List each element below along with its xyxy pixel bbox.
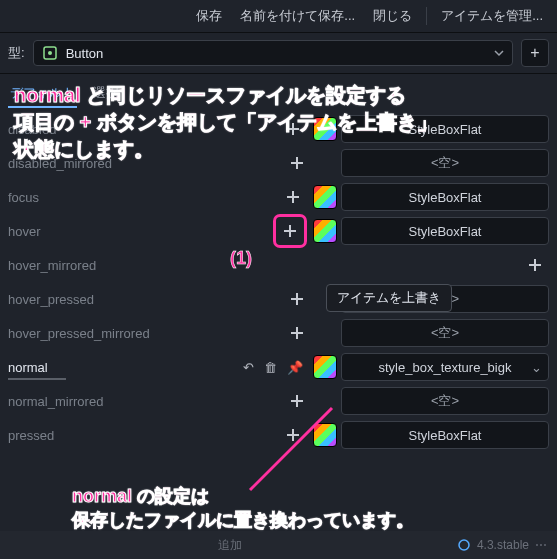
- resource-value[interactable]: <空>: [341, 319, 549, 347]
- resource-value[interactable]: <空>: [341, 387, 549, 415]
- chevron-down-icon: [494, 48, 504, 58]
- resource-swatch[interactable]: [313, 355, 337, 379]
- svg-point-1: [48, 51, 52, 55]
- manage-items-button[interactable]: アイテムを管理...: [435, 3, 549, 29]
- version-label: 4.3.stable: [477, 538, 529, 552]
- add-override-button[interactable]: [279, 421, 307, 449]
- stylebox-row-hover_pressed: hover_pressed<空>: [8, 282, 549, 316]
- plus-icon: [282, 223, 298, 239]
- property-name: hover_mirrored: [8, 258, 521, 273]
- stylebox-row-normal: normal↶🗑📌style_box_texture_bigk⌄: [8, 350, 549, 384]
- pin-icon[interactable]: 📌: [287, 360, 303, 375]
- plus-icon: [285, 121, 301, 137]
- plus-icon: [527, 257, 543, 273]
- type-dropdown[interactable]: Button: [33, 40, 513, 66]
- resource-value[interactable]: StyleBoxFlat: [341, 217, 549, 245]
- separator: [426, 7, 427, 25]
- annotation-marker-1: (1): [230, 248, 252, 269]
- plus-icon: [289, 155, 305, 171]
- annotation-line: 保存したファイルに置き換わっています。: [72, 508, 414, 532]
- plus-icon: [285, 189, 301, 205]
- property-name: disabled: [8, 122, 279, 137]
- plus-icon: [289, 325, 305, 341]
- resource-value[interactable]: StyleBoxFlat: [341, 421, 549, 449]
- resource-value[interactable]: <空>: [341, 149, 549, 177]
- delete-icon[interactable]: 🗑: [264, 360, 277, 375]
- tab-default[interactable]: デフォルト: [8, 80, 77, 108]
- property-name: normal: [8, 360, 243, 375]
- more-icon[interactable]: ⋯: [535, 538, 547, 552]
- stylebox-row-disabled_mirrored: disabled_mirrored<空>: [8, 146, 549, 180]
- stylebox-row-hover_pressed_mirrored: hover_pressed_mirrored<空>: [8, 316, 549, 350]
- resource-swatch[interactable]: [313, 117, 337, 141]
- resource-value[interactable]: StyleBoxFlat: [341, 183, 549, 211]
- resource-value[interactable]: StyleBoxFlat: [341, 115, 549, 143]
- plus-icon: [285, 427, 301, 443]
- close-button[interactable]: 閉じる: [367, 3, 418, 29]
- stylebox-row-focus: focusStyleBoxFlat: [8, 180, 549, 214]
- save-as-button[interactable]: 名前を付けて保存...: [234, 3, 361, 29]
- add-override-button[interactable]: [283, 319, 311, 347]
- resource-swatch[interactable]: [313, 423, 337, 447]
- stylebox-row-disabled: disabledStyleBoxFlat: [8, 112, 549, 146]
- add-label[interactable]: 追加: [218, 537, 242, 554]
- annotation-line: normal の設定は: [72, 484, 414, 508]
- engine-icon: [457, 538, 471, 552]
- save-button[interactable]: 保存: [190, 3, 228, 29]
- override-tooltip: アイテムを上書き: [326, 284, 452, 312]
- svg-point-3: [459, 540, 469, 550]
- resource-value[interactable]: style_box_texture_bigk⌄: [341, 353, 549, 381]
- resource-swatch[interactable]: [313, 219, 337, 243]
- type-row: 型: Button +: [0, 33, 557, 74]
- node-icon: [42, 45, 58, 61]
- tab-bar: デフォルト 選択: [0, 74, 557, 108]
- add-override-button[interactable]: [283, 285, 311, 313]
- property-name: pressed: [8, 428, 279, 443]
- add-override-button[interactable]: [283, 387, 311, 415]
- top-toolbar: 保存 名前を付けて保存... 閉じる アイテムを管理...: [0, 0, 557, 33]
- plus-icon: [289, 393, 305, 409]
- row-toolbar: ↶🗑📌: [243, 360, 303, 375]
- add-type-button[interactable]: +: [521, 39, 549, 67]
- property-name: disabled_mirrored: [8, 156, 283, 171]
- type-label: 型:: [8, 44, 25, 62]
- tab-select[interactable]: 選択: [91, 80, 121, 108]
- stylebox-row-normal_mirrored: normal_mirrored<空>: [8, 384, 549, 418]
- property-name: hover_pressed_mirrored: [8, 326, 283, 341]
- status-bar: 追加 4.3.stable ⋯: [0, 531, 557, 559]
- property-underline: [8, 378, 66, 380]
- resource-swatch[interactable]: [313, 185, 337, 209]
- stylebox-row-hover: hoverStyleBoxFlat: [8, 214, 549, 248]
- property-name: normal_mirrored: [8, 394, 283, 409]
- add-override-button[interactable]: [521, 251, 549, 279]
- property-name: hover: [8, 224, 273, 239]
- type-value: Button: [66, 46, 486, 61]
- reset-icon[interactable]: ↶: [243, 360, 254, 375]
- stylebox-row-hover_mirrored: hover_mirrored: [8, 248, 549, 282]
- stylebox-list: disabledStyleBoxFlatdisabled_mirrored<空>…: [0, 112, 557, 460]
- annotation-text-2: normal の設定は 保存したファイルに置き換わっています。: [72, 484, 414, 533]
- add-override-button[interactable]: [279, 183, 307, 211]
- add-override-button[interactable]: [279, 115, 307, 143]
- property-name: focus: [8, 190, 279, 205]
- plus-icon: [289, 291, 305, 307]
- property-name: hover_pressed: [8, 292, 283, 307]
- add-override-button[interactable]: [283, 149, 311, 177]
- stylebox-row-pressed: pressedStyleBoxFlat: [8, 418, 549, 452]
- add-override-button[interactable]: [273, 214, 307, 248]
